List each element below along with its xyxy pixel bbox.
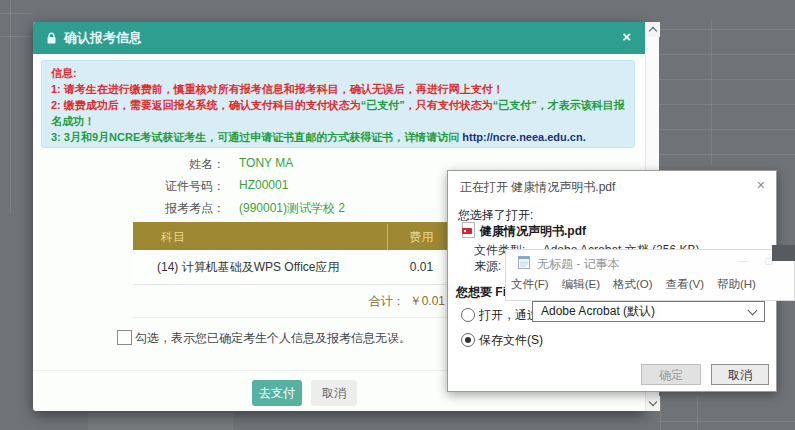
total-value: ￥0.01: [410, 293, 445, 310]
field-label: 姓名：: [33, 156, 225, 173]
notepad-title: 无标题 - 记事本: [537, 256, 620, 273]
field-value: (990001)测试学校 2: [239, 200, 345, 217]
bg-grid-line: [0, 36, 33, 37]
desktop-background: 确认报考信息 × 信息: 1: 请考生在进行缴费前，慎重核对所有报考信息和报考科…: [0, 0, 795, 430]
chevron-up-icon: [649, 27, 657, 35]
menu-item-file[interactable]: 文件(F): [511, 277, 549, 292]
bg-grid-line: [10, 0, 11, 214]
fee-cell: 0.01: [388, 260, 455, 274]
bg-grid-line: [660, 396, 661, 430]
menu-item-format[interactable]: 格式(O): [613, 277, 653, 292]
menu-item-help[interactable]: 帮助(H): [717, 277, 756, 292]
bg-grid-line: [659, 129, 795, 130]
dialog-cancel-button[interactable]: 取消: [711, 364, 769, 385]
field-label: 证件号码：: [33, 178, 225, 195]
ncre-url-text: http://ncre.neea.edu.cn.: [462, 131, 585, 143]
info-line-2-seg: “已支付”: [361, 99, 405, 111]
dialog-title: 正在打开 健康情况声明书.pdf: [460, 179, 615, 196]
info-line-2-seg: 2: 缴费成功后，需要返回报名系统，确认支付科目的支付状态为: [51, 99, 361, 111]
lock-icon: [46, 32, 57, 45]
field-row-name: 姓名： TONY MA: [33, 156, 473, 176]
bg-grid-line: [659, 29, 795, 30]
notepad-window: 无标题 - 记事本 — ▢ 文件(F) 编辑(E) 格式(O) 查看(V) 帮助…: [505, 249, 795, 301]
open-with-radio[interactable]: [461, 308, 475, 322]
info-notice-box: 信息: 1: 请考生在进行缴费前，慎重核对所有报考信息和报考科目，确认无误后，再…: [41, 60, 635, 148]
table-header: 科目 费用: [133, 222, 455, 250]
modal-title-bar: 确认报考信息 ×: [33, 22, 645, 54]
notepad-menu-bar: 文件(F) 编辑(E) 格式(O) 查看(V) 帮助(H): [511, 277, 756, 292]
column-header-subject: 科目: [133, 229, 387, 246]
table-row: (14) 计算机基础及WPS Office应用 0.01: [133, 250, 455, 285]
dropdown-value: Adobe Acrobat (默认): [541, 303, 749, 320]
field-label: 报考考点：: [33, 200, 225, 217]
ok-button[interactable]: 确定: [641, 364, 701, 385]
info-line-3-seg: 3: 3月和9月NCRE考试获证考生，可通过申请证书直邮的方式获得证书，详情请访…: [51, 131, 462, 143]
bg-grid-line: [658, 421, 795, 422]
cancel-button[interactable]: 取消: [311, 380, 357, 406]
file-name: 健康情况声明书.pdf: [480, 223, 586, 240]
column-header-fee: 费用: [387, 224, 455, 250]
scroll-down-button[interactable]: [646, 396, 660, 411]
bg-grid-line: [659, 79, 795, 80]
chevron-down-icon: [748, 305, 758, 315]
menu-item-view[interactable]: 查看(V): [666, 277, 704, 292]
pay-button[interactable]: 去支付: [252, 380, 302, 406]
confirm-checkbox-label: 勾选，表示您已确定考生个人信息及报考信息无误。: [135, 330, 411, 347]
application-dropdown[interactable]: Adobe Acrobat (默认): [532, 301, 765, 322]
total-label: 合计：: [369, 293, 405, 310]
pdf-icon: [462, 222, 476, 241]
modal-title: 确认报考信息: [64, 29, 142, 47]
bg-highlight-block: [88, 413, 233, 430]
info-line-2-seg: ，只有支付状态为: [405, 99, 493, 111]
notepad-icon: [518, 255, 530, 273]
dialog-close-icon[interactable]: ×: [757, 177, 765, 193]
file-source-label: 来源:: [474, 258, 501, 275]
field-value: TONY MA: [239, 156, 293, 170]
save-file-label: 保存文件(S): [479, 332, 543, 349]
info-line-1: 1: 请考生在进行缴费前，慎重核对所有报考信息和报考科目，确认无误后，再进行网上…: [51, 81, 625, 97]
confirm-checkbox[interactable]: [117, 330, 132, 345]
field-value: HZ00001: [239, 178, 288, 192]
bg-grid-line: [711, 20, 712, 165]
menu-item-edit[interactable]: 编辑(E): [562, 277, 600, 292]
field-row-id-number: 证件号码： HZ00001: [33, 178, 473, 198]
field-row-exam-site: 报考考点： (990001)测试学校 2: [33, 200, 473, 220]
total-row: 合计： ￥0.01: [133, 285, 455, 318]
bg-grid-line: [0, 13, 33, 14]
modal-close-icon[interactable]: ×: [622, 29, 631, 45]
bg-grid-line: [697, 396, 698, 430]
info-line-2-seg: “已支付”: [493, 99, 537, 111]
chevron-down-icon: [649, 398, 657, 406]
save-file-radio[interactable]: [461, 333, 475, 347]
bg-grid-line: [659, 54, 795, 55]
info-heading: 信息:: [51, 65, 625, 81]
bg-grid-line: [659, 154, 795, 155]
fee-table: 科目 费用 (14) 计算机基础及WPS Office应用 0.01 合计： ￥…: [133, 222, 455, 318]
bg-grid-line: [659, 104, 795, 105]
info-line-3: 3: 3月和9月NCRE考试获证考生，可通过申请证书直邮的方式获得证书，详情请访…: [51, 129, 625, 145]
window-fragment: [772, 245, 795, 261]
subject-cell: (14) 计算机基础及WPS Office应用: [133, 259, 388, 276]
scroll-up-button[interactable]: [646, 22, 660, 37]
info-line-2: 2: 缴费成功后，需要返回报名系统，确认支付科目的支付状态为“已支付”，只有支付…: [51, 97, 625, 129]
